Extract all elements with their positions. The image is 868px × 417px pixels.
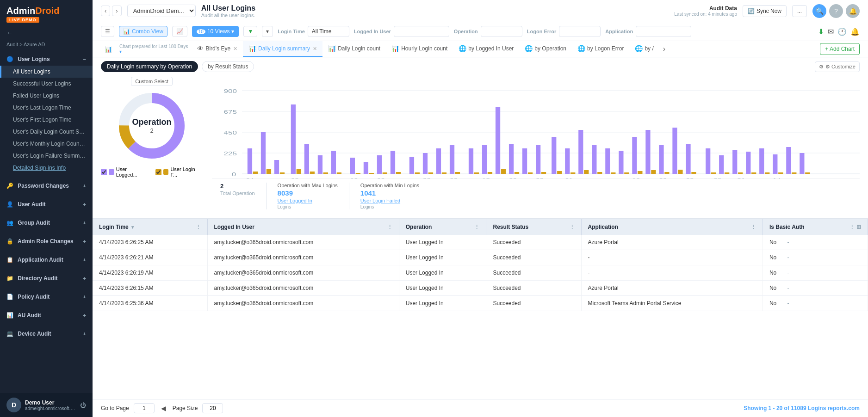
filter-btn[interactable]: ▼ <box>243 26 257 37</box>
sidebar-device-audit-header[interactable]: 💻 Device Audit + <box>0 327 93 340</box>
cell-user: amy.tucker@o365droid.onmicrosoft.com <box>207 296 399 311</box>
chart-tab-by-more[interactable]: 🌐 by / <box>629 41 659 57</box>
chart-tab-hourly-count[interactable]: 📊 Hourly Login count <box>386 41 453 57</box>
svg-rect-42 <box>455 172 460 174</box>
basic-auth-filter-icon[interactable]: ⋮ <box>849 224 855 230</box>
operation-select[interactable] <box>481 26 522 37</box>
svg-rect-28 <box>356 173 360 174</box>
sidebar-password-changes-header[interactable]: 🔑 Password Changes + <box>0 179 93 192</box>
stat-min-link[interactable]: User Login Failed <box>360 198 419 203</box>
sidebar-policy-audit-header[interactable]: 📄 Policy Audit + <box>0 290 93 303</box>
breadcrumb-select[interactable]: AdminDroid Dem... <box>127 5 196 17</box>
search-icon-btn[interactable]: 🔍 <box>812 4 826 18</box>
nav-back-btn[interactable]: ‹ <box>101 6 110 16</box>
legend-failed-checkbox[interactable] <box>155 169 161 175</box>
svg-rect-24 <box>323 172 328 174</box>
sidebar-item-monthly-count[interactable]: User's Monthly Login Count Summary <box>0 138 93 150</box>
cell-login-time: 4/14/2023 6:26:15 AM <box>93 281 207 296</box>
legend-item-logged[interactable]: User Logged... <box>101 166 149 178</box>
prev-page-btn[interactable]: ◀ <box>159 405 168 412</box>
svg-rect-19 <box>291 104 296 174</box>
chart-tab-by-operation[interactable]: 🌐 by Operation <box>519 41 572 57</box>
add-chart-btn[interactable]: + Add Chart <box>820 43 860 55</box>
login-time-sort-icon[interactable]: ▼ <box>130 225 135 230</box>
view-table-btn[interactable]: ☰ <box>101 26 114 37</box>
nav-forward-btn[interactable]: › <box>112 6 121 16</box>
filter-options-btn[interactable]: ▾ <box>262 26 273 37</box>
cell-login-time: 4/14/2023 6:26:19 AM <box>93 265 207 281</box>
au-audit-icon: 📊 <box>6 312 13 319</box>
cell-basic-auth: No - <box>763 250 868 265</box>
table-settings-icon[interactable]: ⊞ <box>856 224 861 230</box>
svg-rect-71 <box>659 145 663 174</box>
view-combo-btn[interactable]: 📊 Combo View <box>119 26 167 37</box>
logged-in-user-filter-icon[interactable]: ⋮ <box>387 224 392 230</box>
chart-more-btn[interactable]: › <box>659 43 669 55</box>
user-audit-expand-icon: + <box>83 202 86 207</box>
subtab-by-operation[interactable]: Daily Login summary by Operation <box>101 61 198 72</box>
filter-icon: ▼ <box>248 28 253 35</box>
login-time-label: Login Time <box>278 29 304 34</box>
sidebar-au-audit-header[interactable]: 📊 AU Audit + <box>0 309 93 322</box>
stat-max-link[interactable]: User Logged In <box>278 198 338 203</box>
page-input[interactable] <box>134 403 155 413</box>
logged-in-user-select[interactable] <box>394 26 449 37</box>
svg-rect-40 <box>442 172 446 174</box>
col-login-time: Login Time ▼ ⋮ <box>93 219 207 235</box>
sidebar-item-all-user-logins[interactable]: All User Logins <box>0 66 93 78</box>
data-table: Login Time ▼ ⋮ Logged In User ⋮ Op <box>93 219 868 311</box>
sidebar-user-logins-header[interactable]: 🔵 User Logins − <box>0 53 93 66</box>
operation-filter-icon[interactable]: ⋮ <box>474 224 479 230</box>
application-select[interactable] <box>636 26 691 37</box>
sidebar-item-last-logon[interactable]: User's Last Logon Time <box>0 102 93 114</box>
legend-logged-checkbox[interactable] <box>101 169 107 175</box>
donut-section: Custom Select Operation 2 <box>101 77 203 213</box>
sidebar-app-audit-header[interactable]: 📋 Application Audit + <box>0 253 93 266</box>
views-count-btn[interactable]: 10 10 Views ▾ <box>192 26 239 37</box>
sidebar-group-audit-header[interactable]: 👥 Group Audit + <box>0 216 93 229</box>
chart-tab-by-user[interactable]: 🌐 by Logged In User <box>453 41 519 57</box>
sidebar-item-daily-count[interactable]: User's Daily Login Count Summary <box>0 126 93 138</box>
subtab-by-result[interactable]: by Result Status <box>202 61 254 72</box>
result-status-filter-icon[interactable]: ⋮ <box>570 224 575 230</box>
alert-icon-btn[interactable]: 🔔 <box>846 4 860 18</box>
notification-btn[interactable]: 🔔 <box>850 27 860 36</box>
custom-select-btn[interactable]: Custom Select <box>131 77 173 86</box>
sidebar-item-detailed-signins[interactable]: Detailed Sign-ins Info <box>0 162 93 174</box>
schedule-btn[interactable]: 🕐 <box>837 27 847 36</box>
application-col-filter-icon[interactable]: ⋮ <box>751 224 756 230</box>
customize-btn[interactable]: ⚙ ⚙ Customize <box>815 61 860 72</box>
login-time-select[interactable]: All Time <box>308 26 349 37</box>
more-btn[interactable]: ... <box>792 5 807 17</box>
user-info: Demo User admeight.onmicrosoft.com <box>25 399 76 411</box>
sidebar-item-first-logon[interactable]: User's First Logon Time <box>0 114 93 126</box>
chart-tab-daily-count[interactable]: 📊 Daily Login count <box>322 41 386 57</box>
chart-subtabs: Daily Login summary by Operation by Resu… <box>93 57 868 72</box>
sidebar-item-failed-user-logins[interactable]: Failed User Logins <box>0 90 93 102</box>
sidebar-user-audit-header[interactable]: 👤 User Audit + <box>0 198 93 211</box>
sidebar-item-successful-user-logins[interactable]: Successful User Logins <box>0 78 93 90</box>
birds-eye-close[interactable]: ✕ <box>233 46 237 52</box>
sidebar-back-btn[interactable]: ← <box>0 25 93 40</box>
sync-now-btn[interactable]: 🔄 Sync Now <box>743 5 787 17</box>
svg-rect-58 <box>570 172 575 174</box>
chart-bar-icon[interactable]: 📊 <box>101 42 116 56</box>
view-chart-btn[interactable]: 📈 <box>172 26 187 37</box>
chart-tab-birds-eye[interactable]: 👁 Bird's Eye ✕ <box>192 41 243 57</box>
power-icon[interactable]: ⏻ <box>80 402 86 409</box>
sidebar-item-failure-summary[interactable]: User's Login Failure Summary <box>0 150 93 162</box>
sidebar-admin-role-header[interactable]: 🔒 Admin Role Changes + <box>0 235 93 248</box>
download-btn[interactable]: ⬇ <box>818 27 824 36</box>
chart-period-dropdown[interactable]: ▾ <box>119 49 122 54</box>
chart-tab-daily-summary[interactable]: 📊 Daily Login summary ✕ <box>243 41 322 57</box>
logon-error-select[interactable] <box>559 26 601 37</box>
login-time-filter-icon[interactable]: ⋮ <box>196 224 201 230</box>
daily-summary-close[interactable]: ✕ <box>313 46 317 52</box>
chart-tab-by-logon-error[interactable]: 🌐 by Logon Error <box>572 41 629 57</box>
svg-rect-61 <box>592 145 596 174</box>
page-size-input[interactable] <box>202 403 223 413</box>
sidebar-directory-audit-header[interactable]: 📁 Directory Audit + <box>0 272 93 285</box>
legend-item-failed[interactable]: User Login F... <box>155 166 203 178</box>
email-btn[interactable]: ✉ <box>828 27 834 36</box>
help-icon-btn[interactable]: ? <box>829 4 843 18</box>
